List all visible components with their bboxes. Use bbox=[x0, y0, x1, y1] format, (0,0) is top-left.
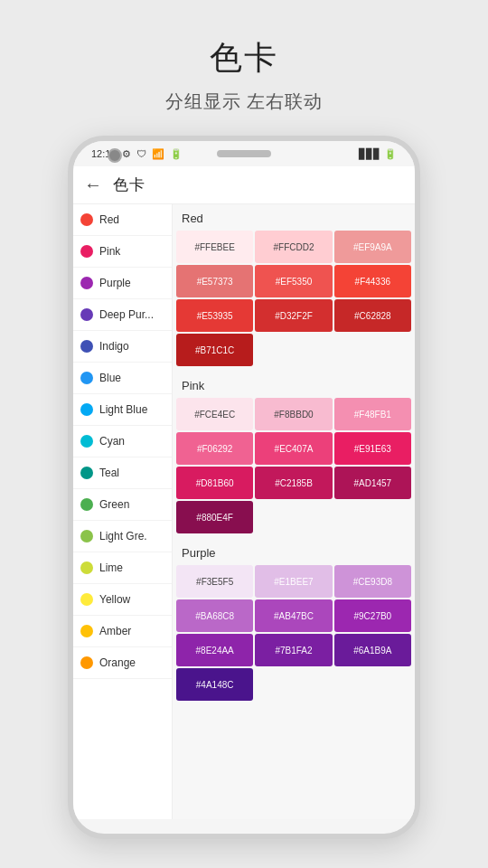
color-cell[interactable]: #EF9A9A bbox=[334, 231, 411, 263]
appbar-title: 色卡 bbox=[113, 175, 145, 195]
color-dot-icon bbox=[80, 625, 93, 637]
sidebar-item-label: Pink bbox=[99, 245, 120, 258]
color-dot-icon bbox=[80, 340, 93, 353]
color-cell[interactable]: #C62828 bbox=[334, 299, 411, 332]
sidebar-item-label: Yellow bbox=[99, 593, 130, 606]
color-dot-icon bbox=[80, 467, 93, 479]
color-cell[interactable]: #4A148C bbox=[176, 668, 253, 701]
sidebar-item-indigo[interactable]: Indigo bbox=[73, 331, 172, 363]
color-dot-icon bbox=[80, 277, 93, 289]
color-cell[interactable]: #E1BEE7 bbox=[255, 565, 332, 598]
phone-camera bbox=[108, 148, 122, 163]
status-left: 12:15 ⚙ 🛡 📶 🔋 bbox=[91, 148, 183, 160]
color-dot-icon bbox=[80, 593, 93, 606]
sidebar-item-label: Red bbox=[99, 213, 119, 226]
color-dot-icon bbox=[80, 498, 93, 511]
color-cell[interactable]: #FFEBEE bbox=[176, 231, 253, 263]
sidebar-item-yellow[interactable]: Yellow bbox=[73, 584, 172, 616]
color-cell[interactable]: #CE93D8 bbox=[334, 565, 411, 598]
color-cell[interactable]: #9C27B0 bbox=[334, 599, 411, 632]
color-cell[interactable]: #8E24AA bbox=[176, 634, 253, 666]
sidebar-item-blue[interactable]: Blue bbox=[73, 363, 172, 394]
color-cell[interactable]: #F3E5F5 bbox=[176, 565, 253, 598]
color-cell[interactable]: #D32F2F bbox=[255, 299, 332, 332]
sidebar-item-label: Orange bbox=[99, 656, 136, 669]
sidebar-item-purple[interactable]: Purple bbox=[73, 268, 172, 299]
sidebar-item-label: Cyan bbox=[99, 435, 125, 448]
color-dot-icon bbox=[80, 372, 93, 384]
color-cell[interactable]: #F06292 bbox=[176, 432, 253, 465]
color-cell[interactable]: #7B1FA2 bbox=[255, 634, 332, 666]
section-header-purple: Purple bbox=[173, 539, 415, 563]
color-cell[interactable]: #AB47BC bbox=[255, 599, 332, 632]
status-right: ▊▊▊ 🔋 bbox=[359, 148, 397, 160]
sidebar-item-light-blue[interactable]: Light Blue bbox=[73, 394, 172, 426]
color-cell[interactable]: #FFCDD2 bbox=[255, 231, 332, 263]
status-battery-icon: 🔋 bbox=[384, 148, 397, 160]
section-header-red: Red bbox=[173, 204, 415, 229]
sidebar-item-label: Purple bbox=[99, 277, 131, 289]
app-subtitle: 分组显示 左右联动 bbox=[165, 90, 324, 114]
color-cell[interactable]: #F44336 bbox=[334, 265, 411, 297]
sidebar-item-label: Light Blue bbox=[99, 403, 147, 416]
color-cell[interactable]: #FCE4EC bbox=[176, 398, 253, 430]
sidebar-item-red[interactable]: Red bbox=[73, 204, 172, 236]
phone-frame: 12:15 ⚙ 🛡 📶 🔋 ▊▊▊ 🔋 ← 色卡 RedPinkPurpleDe… bbox=[68, 136, 420, 839]
left-nav-panel[interactable]: RedPinkPurpleDeep Pur...IndigoBlueLight … bbox=[73, 204, 173, 819]
sidebar-item-label: Deep Pur... bbox=[99, 308, 154, 321]
color-cell[interactable]: #EC407A bbox=[255, 432, 332, 465]
back-button[interactable]: ← bbox=[84, 175, 102, 195]
sidebar-item-label: Indigo bbox=[99, 340, 129, 353]
color-cell[interactable]: #D81B60 bbox=[176, 467, 253, 499]
sidebar-item-light-gre-[interactable]: Light Gre. bbox=[73, 521, 172, 552]
app-title: 色卡 bbox=[210, 36, 278, 80]
color-grid-pink: #FCE4EC#F8BBD0#F48FB1#F06292#EC407A#E91E… bbox=[173, 396, 415, 539]
sidebar-item-cyan[interactable]: Cyan bbox=[73, 426, 172, 458]
sidebar-item-green[interactable]: Green bbox=[73, 489, 172, 521]
status-gear-icon: ⚙ bbox=[122, 148, 131, 160]
color-cell[interactable]: #E91E63 bbox=[334, 432, 411, 465]
status-shield-icon: 🛡 bbox=[136, 148, 146, 159]
color-cell[interactable]: #C2185B bbox=[255, 467, 332, 499]
sidebar-item-label: Green bbox=[99, 498, 129, 511]
color-dot-icon bbox=[80, 561, 93, 574]
color-dot-icon bbox=[80, 656, 93, 669]
color-dot-icon bbox=[80, 308, 93, 321]
content-area: RedPinkPurpleDeep Pur...IndigoBlueLight … bbox=[73, 204, 415, 819]
status-wifi-icon: 📶 bbox=[152, 148, 164, 160]
color-dot-icon bbox=[80, 435, 93, 448]
color-cell[interactable]: #B71C1C bbox=[176, 334, 253, 366]
color-cell[interactable]: #6A1B9A bbox=[334, 634, 411, 666]
color-grid-red: #FFEBEE#FFCDD2#EF9A9A#E57373#EF5350#F443… bbox=[173, 229, 415, 372]
sidebar-item-teal[interactable]: Teal bbox=[73, 458, 172, 489]
sidebar-item-label: Teal bbox=[99, 467, 119, 479]
color-dot-icon bbox=[80, 530, 93, 542]
section-header-pink: Pink bbox=[173, 372, 415, 396]
color-dot-icon bbox=[80, 403, 93, 416]
sidebar-item-label: Amber bbox=[99, 625, 131, 637]
color-cell[interactable]: #F8BBD0 bbox=[255, 398, 332, 430]
status-battery-small-icon: 🔋 bbox=[170, 148, 183, 160]
right-color-panel[interactable]: Red#FFEBEE#FFCDD2#EF9A9A#E57373#EF5350#F… bbox=[173, 204, 415, 819]
sidebar-item-label: Lime bbox=[99, 561, 123, 574]
color-cell[interactable]: #E53935 bbox=[176, 299, 253, 332]
sidebar-item-pink[interactable]: Pink bbox=[73, 236, 172, 268]
color-dot-icon bbox=[80, 213, 93, 226]
sidebar-item-amber[interactable]: Amber bbox=[73, 616, 172, 647]
sidebar-item-label: Light Gre. bbox=[99, 530, 147, 542]
color-cell[interactable]: #AD1457 bbox=[334, 467, 411, 499]
outer-background: 色卡 分组显示 左右联动 12:15 ⚙ 🛡 📶 🔋 ▊▊▊ 🔋 ← 色卡 bbox=[0, 0, 488, 868]
sidebar-item-orange[interactable]: Orange bbox=[73, 647, 172, 679]
sidebar-item-lime[interactable]: Lime bbox=[73, 552, 172, 584]
color-cell[interactable]: #BA68C8 bbox=[176, 599, 253, 632]
phone-speaker bbox=[217, 150, 271, 157]
color-cell[interactable]: #880E4F bbox=[176, 501, 253, 533]
color-cell[interactable]: #F48FB1 bbox=[334, 398, 411, 430]
sidebar-item-label: Blue bbox=[99, 372, 121, 384]
color-cell[interactable]: #E57373 bbox=[176, 265, 253, 297]
color-grid-purple: #F3E5F5#E1BEE7#CE93D8#BA68C8#AB47BC#9C27… bbox=[173, 563, 415, 706]
color-cell[interactable]: #EF5350 bbox=[255, 265, 332, 297]
status-signal-icon: ▊▊▊ bbox=[359, 148, 380, 160]
sidebar-item-deep-pur---[interactable]: Deep Pur... bbox=[73, 299, 172, 331]
app-bar: ← 色卡 bbox=[73, 166, 415, 204]
